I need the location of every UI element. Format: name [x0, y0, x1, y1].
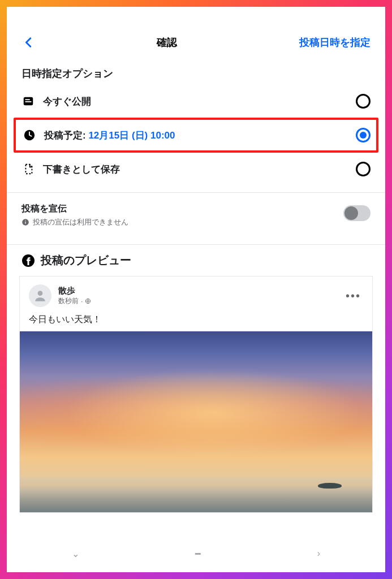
post-more-button[interactable]: •••: [346, 290, 363, 303]
promote-title: 投稿を宣伝: [21, 203, 335, 215]
draft-icon: [21, 162, 35, 176]
promote-note: 投稿の宣伝は利用できません: [21, 217, 335, 227]
option-save-draft[interactable]: 下書きとして保存: [15, 154, 377, 184]
post-image: [20, 331, 372, 512]
option-scheduled[interactable]: 投稿予定: 12月15日 (日) 10:00: [14, 118, 378, 153]
option-label: 今すぐ公開: [43, 95, 348, 108]
option-label: 投稿予定: 12月15日 (日) 10:00: [44, 129, 348, 142]
post-author: 散歩: [58, 286, 91, 296]
system-nav: ⌄━›: [14, 548, 378, 565]
schedule-action-button[interactable]: 投稿日時を指定: [299, 36, 375, 49]
post-meta: 数秒前·: [58, 296, 91, 306]
radio-off[interactable]: [356, 94, 371, 109]
svg-rect-6: [25, 221, 25, 221]
post-body: 今日もいい天気！: [20, 310, 372, 331]
preview-section-title: 投稿のプレビュー: [7, 245, 385, 276]
facebook-icon: [21, 254, 35, 267]
option-publish-now[interactable]: 今すぐ公開: [15, 86, 377, 116]
info-icon: [21, 218, 29, 226]
svg-rect-2: [25, 101, 32, 102]
svg-rect-1: [25, 99, 30, 100]
schedule-section-title: 日時指定オプション: [7, 59, 385, 86]
option-label: 下書きとして保存: [43, 163, 348, 176]
globe-icon: [85, 298, 91, 304]
avatar: [29, 284, 51, 307]
promote-toggle[interactable]: [343, 205, 371, 221]
clock-icon: [23, 128, 36, 142]
note-icon: [21, 94, 35, 108]
post-preview-card: 散歩 数秒前· ••• 今日もいい天気！: [19, 276, 373, 513]
page-title: 確認: [34, 36, 299, 49]
svg-point-8: [38, 291, 43, 296]
svg-rect-5: [25, 222, 25, 224]
radio-on[interactable]: [356, 128, 371, 142]
radio-off[interactable]: [356, 162, 371, 176]
chevron-left-icon: [23, 36, 35, 49]
promote-row: 投稿を宣伝 投稿の宣伝は利用できません: [7, 193, 385, 236]
